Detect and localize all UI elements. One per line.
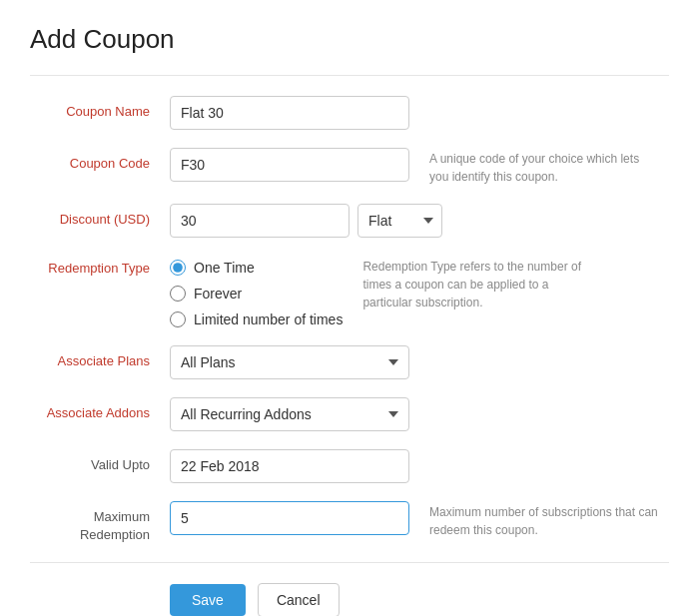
add-coupon-form: Coupon Name Coupon Code A unique code of…	[30, 96, 669, 544]
coupon-code-field: A unique code of your choice which lets …	[170, 148, 669, 186]
associate-plans-label: Associate Plans	[30, 345, 170, 370]
coupon-code-hint: A unique code of your choice which lets …	[429, 148, 659, 186]
redemption-type-label: Redemption Type	[30, 256, 170, 278]
redemption-onetime-label: One Time	[194, 260, 255, 276]
redemption-radio-limited[interactable]	[170, 311, 186, 327]
coupon-name-input[interactable]	[170, 96, 409, 130]
associate-addons-row: Associate Addons All Recurring Addons	[30, 397, 669, 431]
discount-label: Discount (USD)	[30, 204, 170, 229]
valid-upto-row: Valid Upto	[30, 449, 669, 483]
max-redemption-row: Maximum Redemption Maximum number of sub…	[30, 501, 669, 544]
page-title: Add Coupon	[30, 24, 669, 55]
discount-inputs: Flat Percent	[170, 204, 442, 238]
page-container: Add Coupon Coupon Name Coupon Code A uni…	[0, 0, 699, 616]
discount-field: Flat Percent	[170, 204, 669, 238]
max-redemption-field: Maximum number of subscriptions that can…	[170, 501, 669, 539]
associate-addons-select-wrapper: All Recurring Addons	[170, 397, 409, 431]
discount-value-input[interactable]	[170, 204, 350, 238]
associate-plans-select[interactable]: All Plans	[170, 345, 409, 379]
form-button-row: Save Cancel	[30, 583, 669, 616]
discount-row: Discount (USD) Flat Percent	[30, 204, 669, 238]
redemption-radio-onetime[interactable]	[170, 260, 186, 276]
redemption-type-field: One Time Forever Limited number of times…	[170, 256, 669, 327]
associate-addons-select[interactable]: All Recurring Addons	[170, 397, 409, 431]
coupon-code-row: Coupon Code A unique code of your choice…	[30, 148, 669, 186]
redemption-option-onetime[interactable]: One Time	[170, 260, 343, 276]
associate-plans-row: Associate Plans All Plans	[30, 345, 669, 379]
redemption-forever-label: Forever	[194, 286, 242, 302]
redemption-radio-group: One Time Forever Limited number of times	[170, 256, 343, 327]
redemption-limited-label: Limited number of times	[194, 311, 343, 327]
associate-plans-field: All Plans	[170, 345, 669, 379]
cancel-button[interactable]: Cancel	[258, 583, 340, 616]
coupon-code-input[interactable]	[170, 148, 409, 182]
coupon-name-row: Coupon Name	[30, 96, 669, 130]
max-redemption-label: Maximum Redemption	[30, 501, 170, 544]
associate-plans-select-wrapper: All Plans	[170, 345, 409, 379]
max-redemption-hint: Maximum number of subscriptions that can…	[429, 501, 659, 539]
valid-upto-label: Valid Upto	[30, 449, 170, 474]
bottom-divider	[30, 562, 669, 563]
valid-upto-field	[170, 449, 669, 483]
redemption-hint: Redemption Type refers to the number of …	[362, 256, 592, 311]
redemption-type-row: Redemption Type One Time Forever Limited…	[30, 256, 669, 327]
save-button[interactable]: Save	[170, 584, 246, 616]
coupon-name-field	[170, 96, 669, 130]
associate-addons-label: Associate Addons	[30, 397, 170, 422]
max-redemption-input[interactable]	[170, 501, 409, 535]
coupon-code-label: Coupon Code	[30, 148, 170, 173]
associate-addons-field: All Recurring Addons	[170, 397, 669, 431]
top-divider	[30, 75, 669, 76]
valid-upto-input[interactable]	[170, 449, 409, 483]
redemption-radio-forever[interactable]	[170, 286, 186, 302]
discount-type-select[interactable]: Flat Percent	[357, 204, 442, 238]
redemption-option-limited[interactable]: Limited number of times	[170, 311, 343, 327]
redemption-option-forever[interactable]: Forever	[170, 286, 343, 302]
coupon-name-label: Coupon Name	[30, 96, 170, 121]
